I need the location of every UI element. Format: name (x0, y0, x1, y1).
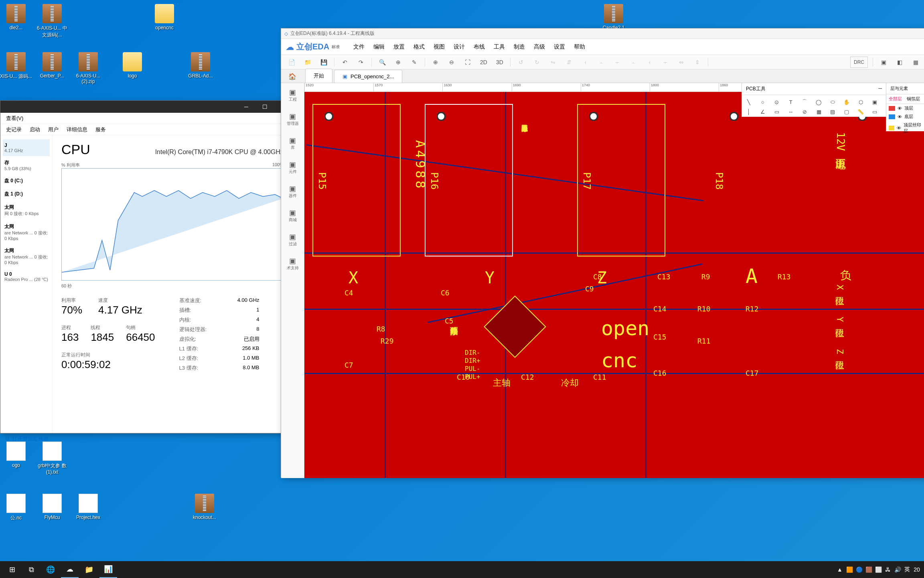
menu-item[interactable]: 视图 (430, 41, 449, 53)
desktop-icon[interactable]: Project.hex (72, 494, 104, 520)
tab-pcb[interactable]: ▣PCB_opencnc_2... (334, 70, 402, 83)
ellipse-tool-icon[interactable]: ⬭ (828, 98, 837, 106)
align-right-icon[interactable]: ⫟ (612, 57, 623, 68)
copper-tool-icon[interactable]: ▦ (815, 107, 823, 116)
zoom-out-icon[interactable]: ⊖ (446, 57, 457, 68)
sidebar-item[interactable]: J4.17 GHz (3, 139, 50, 156)
layer-row[interactable]: 👁顶层丝印层 (886, 121, 924, 135)
tray-up-icon[interactable]: ▲ (836, 566, 844, 574)
pcb-canvas[interactable]: 152015701630169017401800186019101970 (304, 83, 924, 478)
align-bottom-icon[interactable]: ⫟ (660, 57, 671, 68)
tray-network-icon[interactable]: 🖧 (884, 566, 892, 574)
image-tool-icon[interactable]: ▣ (870, 98, 879, 106)
sidebar-button[interactable]: ▣管理器 (285, 111, 301, 127)
tab-item[interactable]: 详细信息 (63, 124, 91, 135)
taskbar[interactable]: ⊞ ⧉ 🌐 ☁ 📁 📊 ▲ 🟧 🔵 🟫 ⬜ 🖧 🔊 英 20 (0, 561, 924, 578)
bom-icon[interactable]: ▦ (910, 57, 921, 68)
drc-button[interactable]: DRC (850, 57, 868, 68)
desktop-icon[interactable]: dle2... (0, 4, 32, 31)
eda-titlebar[interactable]: ◇ 立创EDA(标准版) 6.4.19.4 - 工程离线版 (281, 28, 924, 39)
save-icon[interactable]: 💾 (318, 57, 329, 68)
tray-app2-icon[interactable]: 🔵 (855, 566, 863, 574)
menu-item[interactable]: 高级 (530, 41, 549, 53)
pcb-view[interactable]: X Y Z A P15 P16 P17 P18 A4988 open cnc 外… (304, 92, 924, 478)
task-view-button[interactable]: ⧉ (22, 561, 40, 578)
sidebar-button[interactable]: ▣器件 (285, 183, 301, 199)
layers-panel[interactable]: 层与元素 全部层 铜箔层 👁顶层👁底层👁顶层丝印层 (886, 83, 924, 131)
board-tool-icon[interactable]: ▢ (842, 107, 851, 116)
desktop-icon[interactable]: Gerber_P... (36, 52, 68, 79)
start-button[interactable]: ⊞ (3, 561, 21, 578)
angle-tool-icon[interactable]: ∠ (758, 107, 767, 116)
layer-tab-copper[interactable]: 铜箔层 (904, 94, 922, 104)
tray-clock[interactable]: 20 (913, 566, 921, 574)
desktop-icon[interactable]: 6-AXIS-U... (2).zip (72, 52, 104, 84)
gerber-icon[interactable]: ◧ (894, 57, 905, 68)
desktop-icon[interactable]: knockout... (188, 494, 221, 520)
home-tab-icon[interactable]: 🏠 (284, 71, 300, 81)
layer-row[interactable]: 👁底层 (886, 112, 924, 121)
search-icon[interactable]: 🔍 (377, 57, 388, 68)
menu-item[interactable]: 工具 (490, 41, 509, 53)
sidebar-item[interactable]: 太网are Network ... 0 接收: 0 Kbps (3, 244, 50, 268)
tab-item[interactable]: 史记录 (2, 124, 26, 135)
layer-row[interactable]: 👁顶层 (886, 104, 924, 112)
circle-tool-icon[interactable]: ◯ (815, 98, 823, 106)
taskbar-taskmgr-icon[interactable]: 📊 (99, 561, 117, 578)
keepout-tool-icon[interactable]: ▨ (828, 107, 837, 116)
menu-item[interactable]: 设置 (550, 41, 569, 53)
rotate-left-icon[interactable]: ↺ (515, 57, 527, 68)
minimize-button[interactable]: ─ (237, 101, 255, 113)
menu-view[interactable]: 查看(V) (2, 113, 27, 124)
tab-start[interactable]: 开始 (305, 69, 332, 83)
arc-tool-icon[interactable]: ⌒ (800, 98, 809, 106)
cross-probe-icon[interactable]: ⊕ (393, 57, 404, 68)
menu-item[interactable]: 格式 (409, 41, 429, 53)
menu-item[interactable]: 制造 (510, 41, 529, 53)
sidebar-item[interactable]: 盘 1 (D:) (3, 187, 50, 201)
zoom-in-icon[interactable]: ⊕ (430, 57, 441, 68)
ruler-tool-icon[interactable]: 📏 (856, 107, 865, 116)
sidebar-button[interactable]: ▣过滤 (285, 232, 301, 248)
sidebar-button[interactable]: ▣工程 (285, 87, 301, 103)
align-top-icon[interactable]: ⫠ (628, 57, 639, 68)
view-3d-button[interactable]: 3D (494, 57, 505, 68)
view-2d-button[interactable]: 2D (478, 57, 489, 68)
output-icon[interactable]: ▣ (878, 57, 889, 68)
via-tool-icon[interactable]: ⊙ (772, 98, 781, 106)
menu-item[interactable]: 设计 (450, 41, 469, 53)
desktop-icon[interactable]: 公.nc (0, 494, 32, 521)
taskbar-eda-icon[interactable]: ☁ (61, 561, 79, 578)
desktop-icon[interactable]: XIS-U... 源码... (0, 52, 32, 80)
tray-app3-icon[interactable]: 🟫 (865, 566, 873, 574)
sidebar-item[interactable]: 存5.9 GB (33%) (3, 156, 50, 174)
menu-item[interactable]: 布线 (470, 41, 489, 53)
new-icon[interactable]: 📄 (286, 57, 297, 68)
sidebar-button[interactable]: ▣元件 (285, 159, 301, 175)
align-mid-icon[interactable]: ⫞ (644, 57, 655, 68)
tab-item[interactable]: 用户 (44, 124, 63, 135)
rect-tool2-icon[interactable]: ▭ (870, 107, 879, 116)
align-center-icon[interactable]: ⫠ (596, 57, 607, 68)
undo-icon[interactable]: ↶ (339, 57, 351, 68)
desktop-icon[interactable]: ogo (0, 442, 32, 468)
move-tool-icon[interactable]: ✋ (842, 98, 851, 106)
layer-tab-all[interactable]: 全部层 (886, 94, 904, 104)
desktop-icon[interactable]: logo (116, 52, 148, 79)
track-tool-icon[interactable]: ╲ (744, 98, 753, 106)
rotate-right-icon[interactable]: ↻ (531, 57, 543, 68)
tray-ime-icon[interactable]: 英 (903, 566, 911, 574)
menu-item[interactable]: 文件 (349, 41, 369, 53)
desktop-icon[interactable]: GRBL-Ad... (184, 52, 217, 79)
fit-icon[interactable]: ⛶ (462, 57, 473, 68)
resource-monitor-link[interactable]: ⊘ 打开资源监视器 (0, 432, 292, 444)
sidebar-button[interactable]: ▣商城 (285, 208, 301, 224)
menu-item[interactable]: 放置 (389, 41, 409, 53)
taskbar-chrome-icon[interactable]: 🌐 (42, 561, 59, 578)
tray-app1-icon[interactable]: 🟧 (845, 566, 853, 574)
align-left-icon[interactable]: ⫞ (580, 57, 591, 68)
line-tool-icon[interactable]: │ (744, 107, 753, 116)
sidebar-item[interactable]: U 0Radeon Pro ... (28 °C) (3, 268, 50, 285)
tab-item[interactable]: 服务 (91, 124, 110, 135)
open-icon[interactable]: 📁 (302, 57, 313, 68)
